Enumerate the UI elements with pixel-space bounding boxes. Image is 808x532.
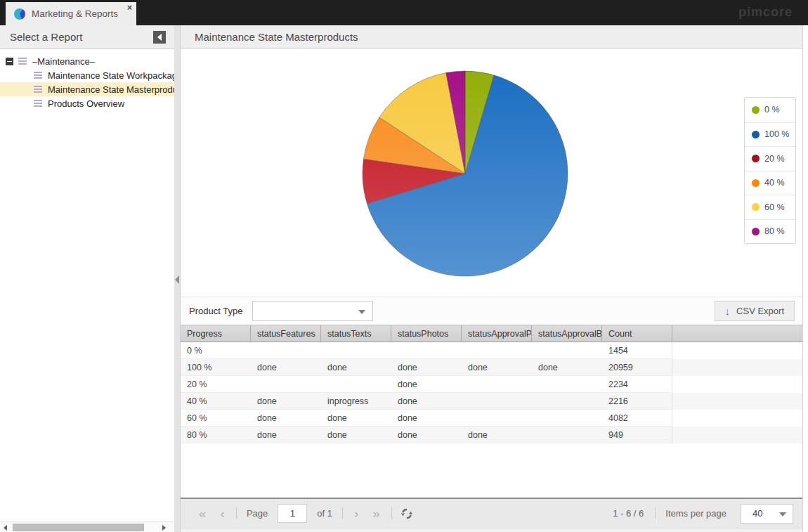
legend-color-dot <box>752 228 760 235</box>
table-cell: done <box>251 359 321 375</box>
table-cell <box>532 427 602 443</box>
table-cell: done <box>391 410 462 426</box>
tab-marketing-reports[interactable]: Marketing & Reports × <box>6 2 136 25</box>
report-tree: –Maintenance– Maintenance State Workpack… <box>0 49 174 521</box>
legend-label: 60 % <box>764 202 785 212</box>
items-per-page-select[interactable]: 40 <box>741 504 793 524</box>
table-cell: 2216 <box>602 393 672 409</box>
tree-node-label: –Maintenance– <box>32 56 95 67</box>
tree-node-label: Products Overview <box>48 98 124 109</box>
tree-node-report[interactable]: Products Overview <box>0 96 174 110</box>
report-panel: Maintenance State Masterproducts 0 % 100… <box>180 25 802 532</box>
table-row[interactable]: 20 %done2234 <box>181 376 802 393</box>
splitter-collapse-icon[interactable] <box>175 275 179 284</box>
table-cell <box>462 376 532 392</box>
pie-chart-icon <box>14 8 25 20</box>
table-cell: 60 % <box>181 410 251 426</box>
bottom-strip <box>181 528 802 532</box>
report-icon <box>34 72 42 79</box>
download-icon: ↓ <box>725 306 731 316</box>
legend-color-dot <box>752 155 760 162</box>
column-header-statusapprovalpi[interactable]: statusApprovalPi <box>462 325 532 342</box>
report-folder-icon <box>18 58 27 65</box>
column-header-statustexts[interactable]: statusTexts <box>321 325 391 342</box>
report-icon <box>34 86 42 93</box>
tree-node-report[interactable]: Maintenance State Workpackages <box>0 68 174 82</box>
page-number-input[interactable] <box>278 504 307 523</box>
column-header-statusapprovalbi[interactable]: statusApprovalBi <box>532 325 602 342</box>
collapse-sidebar-button[interactable] <box>153 31 166 44</box>
toolbar-separator <box>655 507 656 519</box>
tree-children: Maintenance State Workpackages Maintenan… <box>0 68 174 110</box>
table-cell: done <box>462 427 532 443</box>
legend-label: 20 % <box>764 154 785 164</box>
sidebar-title: Select a Report <box>10 31 82 43</box>
legend-item[interactable]: 40 % <box>745 171 795 195</box>
table-cell <box>532 376 602 392</box>
csv-export-button[interactable]: ↓ CSV Export <box>715 301 795 321</box>
table-cell: 2234 <box>602 376 672 392</box>
chevron-down-icon[interactable] <box>779 512 786 517</box>
table-cell <box>532 410 602 426</box>
page-of-label: of 1 <box>317 508 332 519</box>
table-cell: 100 % <box>181 359 251 375</box>
tree-node-report[interactable]: Maintenance State Masterproducts <box>0 82 174 96</box>
table-cell: 1454 <box>602 342 672 358</box>
first-page-button[interactable]: « <box>192 507 214 520</box>
last-page-button[interactable]: » <box>365 507 387 520</box>
legend-item[interactable]: 60 % <box>745 195 795 219</box>
table-cell: 80 % <box>181 427 251 443</box>
column-header-progress[interactable]: Progress <box>181 325 251 342</box>
table-cell <box>462 410 532 426</box>
legend-item[interactable]: 20 % <box>745 146 795 171</box>
report-header: Maintenance State Masterproducts <box>181 25 802 49</box>
filter-toolbar: Product Type ↓ CSV Export <box>181 297 802 325</box>
tab-label: Marketing & Reports <box>32 8 118 19</box>
scroll-left-icon[interactable] <box>0 522 10 532</box>
product-type-combobox[interactable] <box>252 301 373 321</box>
pimcore-logo: pimcore <box>738 5 793 20</box>
tree-node-label: Maintenance State Masterproducts <box>48 84 174 95</box>
sidebar-splitter[interactable] <box>174 25 180 532</box>
table-row[interactable]: 100 %donedonedonedonedone20959 <box>181 359 802 376</box>
grid-body: 0 %1454100 %donedonedonedonedone2095920 … <box>181 342 802 443</box>
scrollbar-thumb[interactable] <box>13 524 144 531</box>
legend-item[interactable]: 80 % <box>745 219 795 244</box>
csv-export-label: CSV Export <box>736 306 784 316</box>
toolbar-separator <box>236 507 237 519</box>
chevron-down-icon[interactable] <box>358 310 365 314</box>
column-header-count[interactable]: Count <box>602 325 672 342</box>
table-cell: 20959 <box>602 359 672 375</box>
table-cell: 40 % <box>181 393 251 409</box>
tree-node-maintenance[interactable]: –Maintenance– <box>0 54 174 68</box>
table-cell: done <box>391 427 462 443</box>
horizontal-scrollbar[interactable] <box>0 521 174 532</box>
refresh-icon[interactable] <box>400 507 413 520</box>
table-cell: done <box>462 359 532 375</box>
prev-page-button[interactable]: ‹ <box>214 507 232 520</box>
legend-item[interactable]: 100 % <box>745 122 795 147</box>
legend-item[interactable]: 0 % <box>745 98 795 122</box>
close-icon[interactable]: × <box>125 2 134 13</box>
table-row[interactable]: 80 %donedonedonedone949 <box>181 427 802 443</box>
pager-right-group: 1 - 6 / 6 Items per page 40 <box>613 504 793 524</box>
table-cell: done <box>321 427 391 443</box>
table-cell <box>321 342 391 358</box>
toolbar-separator <box>391 507 392 519</box>
pie-chart[interactable] <box>360 68 571 279</box>
collapse-node-icon[interactable] <box>6 58 13 65</box>
table-cell: done <box>391 393 462 409</box>
grid-empty-space <box>181 443 802 498</box>
table-row[interactable]: 0 %1454 <box>181 342 802 359</box>
sidebar-header: Select a Report <box>0 25 174 49</box>
scroll-right-icon[interactable] <box>159 522 169 532</box>
legend-label: 40 % <box>764 178 785 188</box>
table-row[interactable]: 60 %donedonedone4082 <box>181 410 802 427</box>
next-page-button[interactable]: › <box>347 507 365 520</box>
report-sidebar: Select a Report –Maintenance– Maintenanc… <box>0 25 174 532</box>
table-cell: done <box>321 410 391 426</box>
table-row[interactable]: 40 %doneinprogressdone2216 <box>181 393 802 410</box>
table-cell: done <box>391 376 462 392</box>
column-header-statusfeatures[interactable]: statusFeatures <box>251 325 321 342</box>
column-header-statusphotos[interactable]: statusPhotos <box>391 325 462 342</box>
